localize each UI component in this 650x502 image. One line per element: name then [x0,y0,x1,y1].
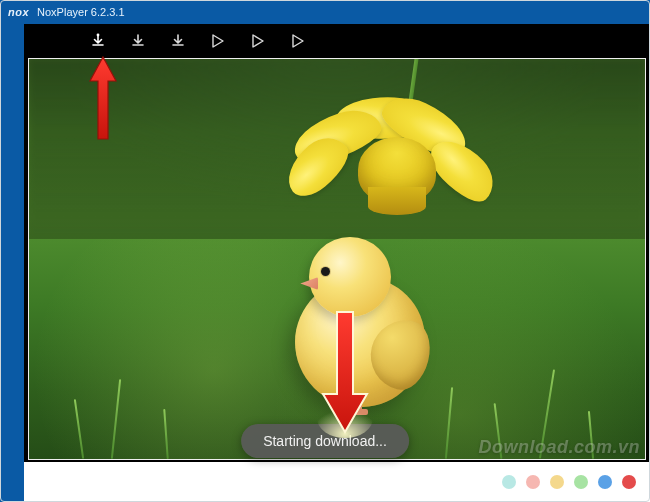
toolbar [24,24,650,58]
window-title: NoxPlayer 6.2.3.1 [37,6,124,18]
nox-logo: nox [8,6,29,18]
svg-point-0 [97,34,100,37]
nav-dot[interactable] [526,475,540,489]
nav-dot[interactable] [598,475,612,489]
download-toast: Starting download... [241,424,409,458]
play-store-icon[interactable] [290,33,306,49]
nav-dot[interactable] [550,475,564,489]
chick [275,227,445,427]
download-icon[interactable] [90,33,106,49]
titlebar: nox NoxPlayer 6.2.3.1 [0,0,650,24]
play-store-icon[interactable] [210,33,226,49]
play-store-icon[interactable] [250,33,266,49]
nav-dot[interactable] [622,475,636,489]
download-icon[interactable] [130,33,146,49]
nav-dots-bar [24,462,650,502]
nav-dot[interactable] [574,475,588,489]
nav-dot[interactable] [502,475,516,489]
download-icon[interactable] [170,33,186,49]
wallpaper-scene [29,59,645,459]
noxplayer-window: nox NoxPlayer 6.2.3.1 [0,0,650,502]
home-wallpaper [28,58,646,460]
daffodil-flower [300,107,490,247]
